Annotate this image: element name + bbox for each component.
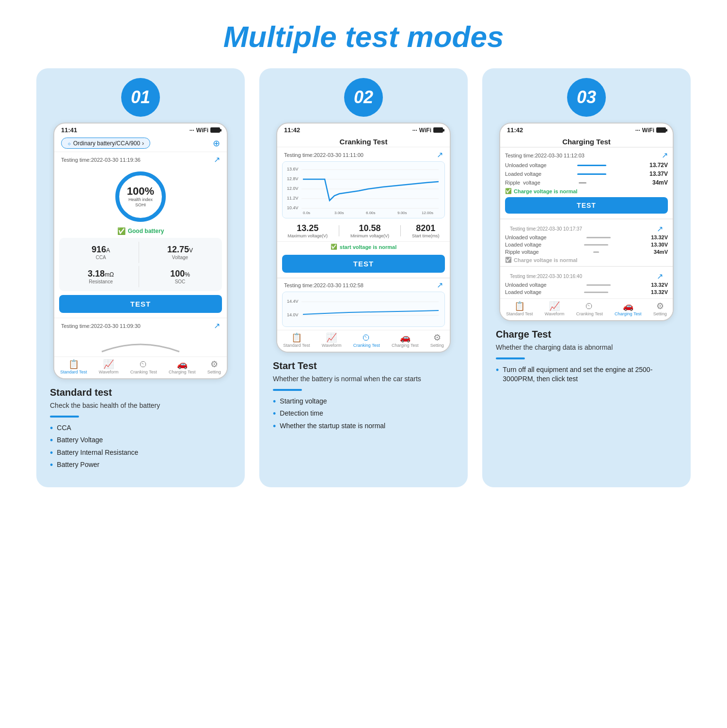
wifi-icon-2: WiFi [419, 127, 431, 134]
min-voltage-val: 10.58 [359, 223, 380, 233]
cranking-icon-3: ⏲ [585, 302, 594, 310]
card3-bullets: •Turn off all equipment and set the engi… [496, 365, 677, 384]
cranking-chart-1: 13.6V 12.8V 12.0V 11.2V 10.4V 0.0s 3.00s [282, 161, 445, 218]
page-title: Multiple test modes [0, 0, 727, 68]
charge-hist-header-2: Testing time:2022-03-30 10:16:40 ↗ [505, 270, 668, 282]
setting-icon-2: ⚙ [433, 333, 441, 342]
share-icon-1[interactable]: ↗ [214, 155, 220, 164]
charge-history-1: Testing time:2022-03-30 10:17:37 ↗ Unloa… [500, 219, 673, 266]
bullet-dot: • [496, 366, 499, 374]
setting-icon-3: ⚙ [656, 302, 664, 310]
charge-hist-time-2: Testing time:2022-03-30 10:16:40 [510, 274, 582, 279]
status-bar-3: 11:42 ··· WiFi [500, 124, 673, 136]
nav-waveform-2[interactable]: 📈 Waveform [322, 333, 342, 348]
wifi-icon-1: WiFi [196, 127, 208, 134]
cranking-time-1: Testing time:2022-03-30 11:11:00 [284, 152, 364, 158]
nav-waveform-1[interactable]: 📈 Waveform [99, 360, 119, 374]
good-battery-text: Good battery [128, 228, 164, 234]
max-voltage-lbl: Maximum voltage(V) [287, 233, 328, 238]
share-icon-ch3[interactable]: ↗ [657, 272, 663, 281]
hist-loaded-val: 13.30V [651, 242, 668, 248]
status-icons-2: ··· WiFi [412, 127, 443, 134]
nav-charging-2[interactable]: 🚗 Charging Test [392, 333, 418, 348]
hist-ripple-label: Ripple voltage [505, 249, 539, 255]
share-icon-ch1[interactable]: ↗ [662, 151, 668, 160]
start-time-metric: 8201 Start time(ms) [412, 223, 440, 238]
metrics-grid: 916A CCA 12.75V Voltage 3.18mΩ Resistanc… [59, 238, 222, 291]
list-item: •Detection time [273, 409, 454, 418]
nav-charging-3[interactable]: 🚗 Charging Test [615, 302, 641, 316]
svg-text:11.2V: 11.2V [287, 196, 299, 201]
hist-line-2 [584, 244, 608, 246]
check-charge-icon-2: ✅ [505, 257, 512, 263]
charging-screen-title: Charging Test [562, 138, 611, 146]
hist-line-1 [586, 237, 611, 238]
card2-subtitle: Whether the battery is normal when the c… [273, 374, 454, 384]
nav-cranking-3[interactable]: ⏲ Cranking Test [576, 302, 603, 316]
bullet-dot: • [50, 449, 53, 457]
share-icon-c2[interactable]: ↗ [437, 280, 443, 290]
ripple-label-1: Ripple voltage [505, 180, 579, 186]
standard-test-icon-3: 📋 [514, 302, 525, 310]
list-item: •Battery Power [50, 460, 231, 470]
share-icon-ch2[interactable]: ↗ [657, 224, 663, 233]
nav-standard-2[interactable]: 📋 Standard Test [283, 333, 310, 348]
svg-text:12.8V: 12.8V [287, 176, 299, 181]
bottom-nav-3: 📋 Standard Test 📈 Waveform ⏲ Cranking Te… [500, 298, 673, 320]
soc-metric: 100% SOC [142, 266, 218, 287]
share-icon-c1[interactable]: ↗ [437, 150, 443, 159]
nav-charging-label-3: Charging Test [615, 311, 641, 316]
nav-standard-3[interactable]: 📋 Standard Test [506, 302, 533, 316]
unloaded-label-1: Unloaded voltage [505, 162, 577, 168]
nav-setting-label-1: Setting [207, 370, 221, 374]
nav-cranking-2[interactable]: ⏲ Cranking Test [353, 333, 380, 348]
list-item: •CCA [50, 423, 231, 433]
badge-01: 01 [121, 78, 160, 117]
bullet-dot: • [273, 397, 276, 406]
nav-setting-3[interactable]: ⚙ Setting [653, 302, 667, 316]
hist-loaded-2: Loaded voltage 13.32V [505, 289, 668, 295]
blue-underline-3 [496, 357, 525, 359]
bluetooth-badge[interactable]: ⬦ Ordinary battery/CCA/900 › [61, 138, 150, 149]
cca-label: CCA [95, 255, 106, 260]
check-charge-icon: ✅ [505, 188, 512, 194]
unloaded-line-1 [577, 165, 606, 166]
nav-charging-1[interactable]: 🚗 Charging Test [169, 360, 195, 374]
voltage-value: 12.75V [167, 245, 193, 255]
testing-time-row-2: Testing time:2022-03-30 11:09:30 ↗ [54, 318, 227, 332]
bullet-dot: • [50, 461, 53, 469]
share-icon-2[interactable]: ↗ [214, 321, 220, 330]
battery-type-label: Ordinary battery/CCA/900 [73, 140, 140, 147]
phone-charging: 11:42 ··· WiFi Charging Test Testing tim… [499, 123, 674, 321]
card-standard: 01 11:41 ··· WiFi ⬦ Ordinary battery/CCA… [36, 68, 245, 487]
health-circle-wrap: 100% Health index SOHI [54, 166, 227, 225]
nav-setting-1[interactable]: ⚙ Setting [207, 360, 221, 374]
charge-test-btn[interactable]: TEST [505, 197, 668, 214]
phone-cranking: 11:42 ··· WiFi Cranking Test Testing tim… [276, 123, 451, 353]
card3-title: Charge Test [496, 329, 677, 340]
hist-unloaded-1: Unloaded voltage 13.32V [505, 234, 668, 240]
test-button-c[interactable]: TEST [282, 255, 445, 273]
badge-03: 03 [567, 78, 606, 117]
nav-setting-label-2: Setting [430, 343, 444, 348]
add-icon[interactable]: ⊕ [213, 138, 220, 149]
nav-waveform-3[interactable]: 📈 Waveform [545, 302, 565, 316]
phone-standard: 11:41 ··· WiFi ⬦ Ordinary battery/CCA/90… [53, 123, 228, 379]
nav-setting-2[interactable]: ⚙ Setting [430, 333, 444, 348]
cranking-chart-svg: 13.6V 12.8V 12.0V 11.2V 10.4V 0.0s 3.00s [285, 166, 442, 214]
standard-test-icon-2: 📋 [291, 333, 302, 342]
check-start-icon: ✅ [331, 244, 337, 250]
card1-desc: Standard test Check the basic health of … [46, 379, 235, 473]
list-item: •Whether the startup state is normal [273, 421, 454, 431]
good-battery-row: ✅ Good battery [54, 225, 227, 238]
check-icon: ✅ [117, 227, 126, 235]
nav-cranking-1[interactable]: ⏲ Cranking Test [130, 360, 157, 374]
hist-unloaded-label-2: Unloaded voltage [505, 282, 547, 288]
hist-unloaded-label: Unloaded voltage [505, 234, 547, 240]
test-button-1[interactable]: TEST [59, 295, 222, 313]
status-bar-1: 11:41 ··· WiFi [54, 124, 227, 136]
battery-icon-2 [433, 127, 443, 133]
svg-text:0.0s: 0.0s [303, 211, 310, 214]
nav-standard-1[interactable]: 📋 Standard Test [60, 360, 87, 374]
health-text: 100% Health index SOHI [127, 186, 154, 208]
